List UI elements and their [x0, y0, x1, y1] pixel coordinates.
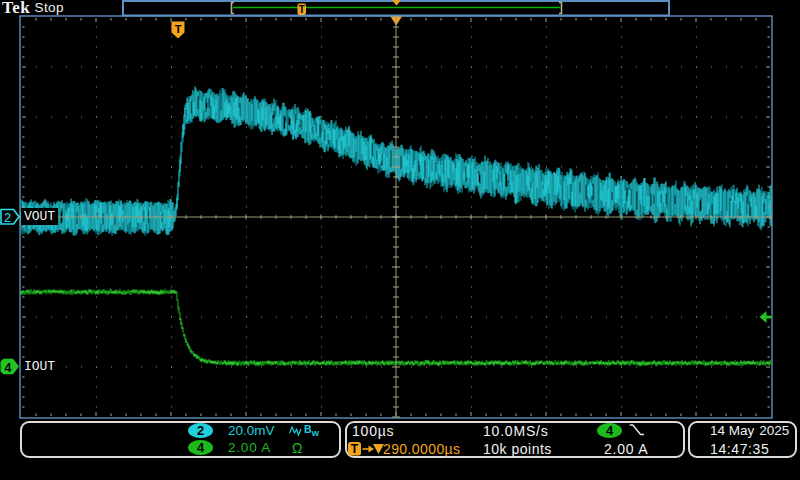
svg-text:T: T [175, 23, 182, 35]
svg-text:4: 4 [5, 361, 12, 375]
svg-text:2: 2 [4, 212, 12, 226]
svg-text:T: T [351, 442, 359, 456]
svg-text:T: T [299, 4, 305, 15]
